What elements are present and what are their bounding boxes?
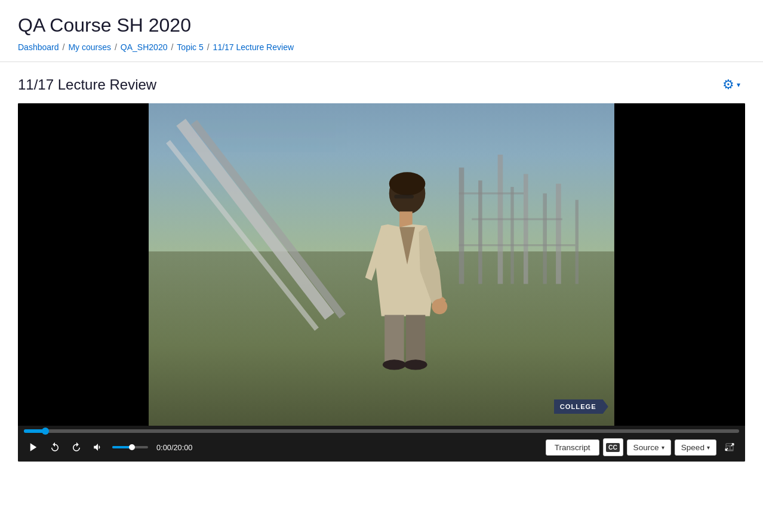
svg-point-17 (389, 172, 426, 195)
content-area: 11/17 Lecture Review ⚙ ▾ (0, 62, 763, 479)
source-dropdown-button[interactable]: Source ▾ (627, 439, 671, 456)
svg-rect-11 (556, 184, 561, 284)
svg-marker-25 (30, 443, 37, 451)
source-label: Source (633, 443, 659, 452)
svg-rect-9 (524, 174, 528, 284)
svg-rect-18 (395, 195, 414, 198)
svg-rect-6 (478, 180, 482, 284)
video-black-left (18, 103, 149, 426)
svg-rect-8 (511, 187, 514, 284)
svg-rect-12 (576, 200, 579, 284)
fastforward-button[interactable] (67, 438, 86, 457)
expand-icon (724, 442, 735, 453)
expand-button[interactable] (720, 438, 739, 457)
progress-bar-container (18, 426, 745, 433)
chevron-down-icon: ▾ (737, 81, 740, 89)
svg-point-23 (404, 359, 427, 370)
play-button[interactable] (24, 438, 43, 457)
controls-bar: 0:00/20:00 Transcript CC Source ▾ Speed (18, 433, 745, 462)
fastforward-icon (71, 442, 82, 453)
time-display: 0:00/20:00 (156, 443, 193, 452)
breadcrumb-topic5[interactable]: Topic 5 (177, 42, 203, 52)
settings-button[interactable]: ⚙ ▾ (718, 74, 745, 95)
volume-thumb[interactable] (129, 444, 135, 450)
volume-icon (93, 442, 103, 453)
video-svg (149, 103, 614, 426)
volume-button[interactable] (88, 438, 107, 457)
progress-thumb[interactable] (42, 428, 49, 435)
speed-dropdown-button[interactable]: Speed ▾ (675, 439, 716, 456)
content-header: 11/17 Lecture Review ⚙ ▾ (18, 74, 745, 95)
controls-right: Transcript CC Source ▾ Speed ▾ (546, 438, 739, 457)
play-icon (28, 442, 39, 453)
watermark-text: COLLEGE (560, 403, 596, 410)
breadcrumb-sep-1: / (63, 42, 65, 52)
breadcrumb-sep-3: / (171, 42, 173, 52)
video-content (149, 103, 614, 426)
svg-rect-20 (384, 315, 404, 367)
rewind-button[interactable] (45, 438, 64, 457)
breadcrumb: Dashboard / My courses / QA_SH2020 / Top… (18, 42, 745, 52)
gear-icon: ⚙ (722, 76, 734, 93)
video-watermark: COLLEGE (554, 399, 608, 414)
progress-track[interactable] (24, 429, 739, 433)
transcript-button[interactable]: Transcript (546, 439, 599, 456)
breadcrumb-sep-4: / (207, 42, 210, 52)
svg-rect-5 (459, 168, 464, 284)
rewind-icon (50, 442, 60, 453)
cc-button[interactable]: CC (603, 438, 623, 456)
lecture-title: 11/17 Lecture Review (18, 76, 156, 93)
breadcrumb-mycourses[interactable]: My courses (68, 42, 111, 52)
svg-point-22 (383, 359, 406, 370)
video-player: COLLEGE (18, 103, 745, 462)
speed-label: Speed (681, 443, 704, 452)
source-chevron-icon: ▾ (662, 444, 664, 451)
svg-rect-10 (543, 193, 547, 284)
speed-chevron-icon: ▾ (707, 444, 710, 451)
cc-icon: CC (606, 443, 620, 452)
volume-slider-container (112, 446, 148, 448)
svg-rect-21 (406, 315, 425, 367)
breadcrumb-lecture-review[interactable]: 11/17 Lecture Review (213, 42, 294, 52)
breadcrumb-dashboard[interactable]: Dashboard (18, 42, 59, 52)
volume-track[interactable] (112, 446, 148, 448)
breadcrumb-sep-2: / (115, 42, 117, 52)
page-title: QA Course SH 2020 (18, 14, 745, 36)
page-header: QA Course SH 2020 Dashboard / My courses… (0, 0, 763, 62)
breadcrumb-qa-sh2020[interactable]: QA_SH2020 (121, 42, 168, 52)
video-frame: COLLEGE (18, 103, 745, 426)
video-black-right (614, 103, 745, 426)
video-screen[interactable]: COLLEGE (18, 103, 745, 426)
